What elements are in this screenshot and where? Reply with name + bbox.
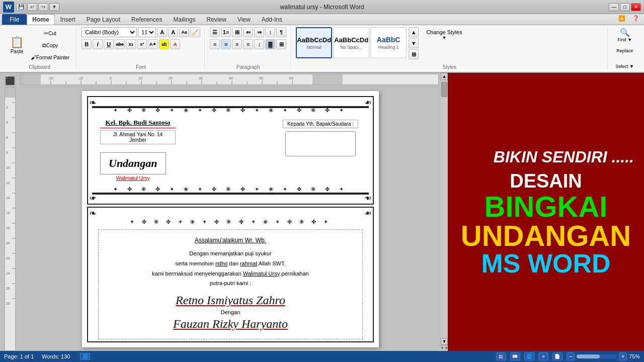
- customize-button[interactable]: ▼: [49, 3, 59, 11]
- tab-references[interactable]: References: [126, 14, 168, 25]
- numbering-button[interactable]: 1≡: [221, 27, 231, 37]
- tab-file[interactable]: File: [2, 14, 27, 25]
- doc-scroll[interactable]: ❧ ❧ ❧ ❧ ✦ ✤ ❋ ✤ ✦ ❀ ✦ ✤ ❋ ✤ ✦ ❀ ✦ ✤ ❋ ✤ …: [20, 86, 441, 351]
- cut-button[interactable]: ✂ Cut: [28, 28, 72, 39]
- corner-br: ❧: [364, 194, 372, 203]
- print-layout-button[interactable]: ▤: [496, 352, 506, 360]
- scroll-thumb[interactable]: [441, 82, 447, 97]
- text-highlight-button[interactable]: ab: [159, 39, 169, 49]
- tab-mailings[interactable]: Mailings: [168, 14, 201, 25]
- save-button[interactable]: 💾: [16, 3, 26, 11]
- draft-button[interactable]: 📄: [552, 352, 562, 360]
- close-button[interactable]: ✕: [631, 3, 641, 11]
- shrink-font-button[interactable]: A: [168, 27, 178, 37]
- bingkai-word: BINGKAI: [485, 192, 608, 221]
- outline-button[interactable]: ≡: [538, 352, 548, 360]
- style-no-spacing[interactable]: AaBbCcDd No Spaci...: [333, 27, 369, 58]
- collapse-ribbon-button[interactable]: 🔼: [616, 13, 628, 24]
- svg-text:16: 16: [6, 211, 10, 215]
- tab-view[interactable]: View: [232, 14, 256, 25]
- lang-button[interactable]: 🌐: [80, 353, 90, 360]
- editing-group: 🔍 Find ▼ Replace Select ▼ Editing: [609, 27, 641, 70]
- maximize-button[interactable]: □: [620, 3, 630, 11]
- scroll-up-button[interactable]: ▲: [441, 73, 448, 80]
- font-size-select[interactable]: 11: [138, 27, 156, 37]
- title-bar-title: walimatul ursy - Microsoft Word: [280, 4, 364, 11]
- underline-button[interactable]: U: [104, 39, 114, 49]
- font-color-button[interactable]: A: [170, 39, 180, 49]
- styles-down-button[interactable]: ▼: [409, 38, 419, 48]
- style-normal[interactable]: AaBbCcDd Normal: [296, 27, 332, 58]
- paragraph-content: ☰ 1≡ ⊞ ⇐ ⇒ ↕ ¶ ≡ ≡ ≡ ≡ ↕ ▓ ⊞: [210, 27, 286, 63]
- strikethrough-button[interactable]: abc: [115, 39, 125, 49]
- svg-text:8: 8: [6, 151, 8, 154]
- select-button[interactable]: Select ▼: [613, 59, 637, 73]
- corner-bl: ❧: [89, 194, 97, 203]
- format-painter-button[interactable]: 🖌 Format Painter: [28, 52, 72, 63]
- find-button[interactable]: 🔍 Find ▼: [614, 27, 635, 42]
- align-left-button[interactable]: ≡: [210, 39, 220, 49]
- bikin-sendiri-text: BIKIN SENDIRI .....: [494, 148, 634, 166]
- zoom-out-button[interactable]: −: [567, 352, 575, 360]
- tab-page-layout[interactable]: Page Layout: [81, 14, 126, 25]
- case-button[interactable]: Aa: [179, 27, 189, 37]
- styles-up-button[interactable]: ▲: [409, 27, 419, 37]
- align-right-button[interactable]: ≡: [232, 39, 242, 49]
- svg-rect-31: [21, 74, 41, 85]
- ruler-corner[interactable]: ⬛: [5, 75, 16, 86]
- walimatul-text: Walimatul Ursy: [100, 175, 166, 181]
- desain-line: DESAIN: [510, 170, 582, 192]
- help-button[interactable]: ❓: [630, 13, 642, 24]
- decrease-indent-button[interactable]: ⇐: [243, 27, 253, 37]
- multilevel-button[interactable]: ⊞: [232, 27, 242, 37]
- tab-addins[interactable]: Add-Ins: [256, 14, 288, 25]
- superscript-button[interactable]: x²: [137, 39, 147, 49]
- tab-review[interactable]: Review: [201, 14, 231, 25]
- svg-text:2: 2: [6, 106, 8, 109]
- scroll-down-button[interactable]: ▼: [441, 338, 448, 345]
- italic-button[interactable]: I: [93, 39, 103, 49]
- undo-button[interactable]: ↩: [27, 3, 37, 11]
- zoom-in-button[interactable]: +: [619, 352, 627, 360]
- grow-font-button[interactable]: A: [157, 27, 167, 37]
- svg-rect-1: [5, 87, 16, 98]
- borders-button[interactable]: ⊞: [276, 39, 286, 49]
- copy-button[interactable]: ⧉ Copy: [28, 40, 72, 51]
- quick-access: 💾 ↩ ↪ ▼: [16, 3, 59, 11]
- right-sidebar: BIKIN SENDIRI ..... DESAIN BINGKAI UNDAN…: [448, 73, 644, 351]
- svg-text:60: 60: [289, 76, 293, 80]
- subscript-button[interactable]: x₂: [126, 39, 136, 49]
- scroll-bottom: ▼▼: [441, 345, 448, 351]
- corner-bl-tr: ❧: [364, 209, 372, 218]
- bold-button[interactable]: B: [82, 39, 92, 49]
- justify-button[interactable]: ≡: [243, 39, 253, 49]
- tab-insert[interactable]: Insert: [55, 14, 81, 25]
- shading-button[interactable]: ▓: [265, 39, 275, 49]
- font-name-select[interactable]: Calibri (Body): [82, 27, 137, 37]
- show-hide-button[interactable]: ¶: [276, 27, 286, 37]
- address-name: Kel. Bpk. Budi Santoso: [100, 119, 176, 128]
- style-heading1[interactable]: AaBbC Heading 1: [370, 27, 407, 58]
- replace-button[interactable]: Replace: [613, 44, 636, 58]
- inv-bottom-card: ❧ ❧ ✦ ✤ ❋ ✤ ✦ ❀ ✦ ✤ ❋ ✤ ✦ ❀ ✦ ✤ ❋ ✤ ✦ As…: [87, 207, 374, 342]
- minimize-button[interactable]: —: [609, 3, 619, 11]
- undangan-text: Undangan: [109, 157, 157, 170]
- vertical-ruler: 2 4 6 8 10 12 14 16 18 20 22: [5, 87, 16, 351]
- line-spacing-button[interactable]: ↕: [254, 39, 264, 49]
- align-center-button[interactable]: ≡: [221, 39, 231, 49]
- sort-button[interactable]: ↕: [265, 27, 275, 37]
- address-street: Jl. Ahmad Yani No. 14 Jember: [100, 130, 176, 144]
- styles-expand-button[interactable]: ⊞: [409, 49, 419, 59]
- full-reading-button[interactable]: 📖: [510, 352, 520, 360]
- paragraph-label: Paragraph: [210, 63, 286, 70]
- change-styles-button[interactable]: Change Styles ▼: [423, 27, 465, 42]
- increase-indent-button[interactable]: ⇒: [254, 27, 264, 37]
- paste-button[interactable]: 📋 Paste: [7, 30, 27, 60]
- bullets-button[interactable]: ☰: [210, 27, 220, 37]
- tab-home[interactable]: Home: [27, 14, 54, 25]
- web-layout-button[interactable]: 🌐: [524, 352, 534, 360]
- redo-button[interactable]: ↪: [38, 3, 48, 11]
- text-effects-button[interactable]: A✦: [148, 39, 158, 49]
- clipboard-small-buttons: ✂ Cut ⧉ Copy 🖌 Format Painter: [28, 28, 72, 63]
- clear-formatting-button[interactable]: 🧹: [190, 27, 200, 37]
